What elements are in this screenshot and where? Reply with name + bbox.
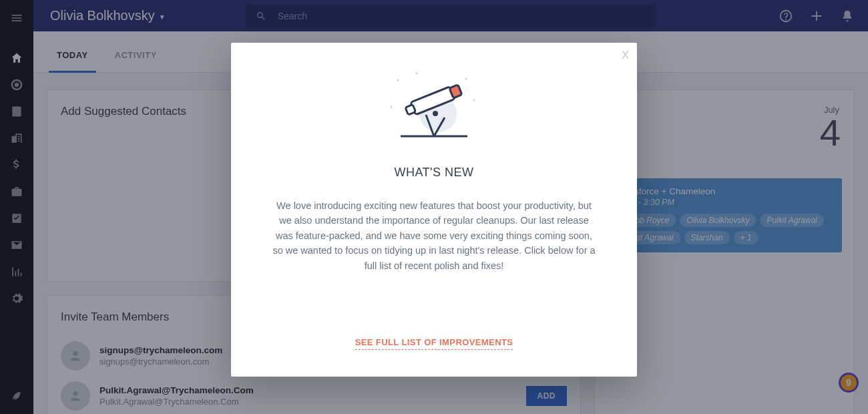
svg-point-4 xyxy=(433,111,438,116)
svg-point-11 xyxy=(473,99,475,101)
svg-point-12 xyxy=(391,106,393,108)
see-improvements-link[interactable]: SEE FULL LIST OF IMPROVEMENTS xyxy=(355,337,513,350)
svg-point-8 xyxy=(397,79,399,81)
svg-point-9 xyxy=(416,73,418,75)
modal-body: We love introducing exciting new feature… xyxy=(271,198,597,273)
whats-new-modal: X WHAT'S NEW We love introd xyxy=(231,43,637,377)
svg-rect-7 xyxy=(405,104,416,115)
svg-point-10 xyxy=(465,78,467,80)
close-icon[interactable]: X xyxy=(622,49,629,61)
modal-heading: WHAT'S NEW xyxy=(271,166,597,180)
telescope-illustration xyxy=(271,67,597,147)
